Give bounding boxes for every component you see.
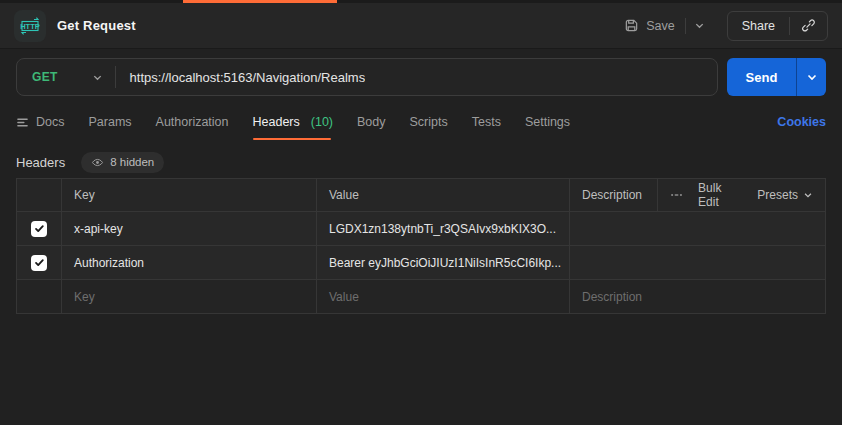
headers-section-title: Headers bbox=[16, 155, 65, 170]
header-key-cell[interactable]: x-api-key bbox=[62, 212, 317, 246]
select-all-cell bbox=[17, 179, 62, 212]
row-checkbox-cell bbox=[17, 280, 62, 313]
header-description-cell[interactable] bbox=[570, 212, 825, 246]
save-label: Save bbox=[646, 19, 675, 33]
headers-section-header: Headers 8 hidden bbox=[0, 150, 842, 174]
table-actions: Bulk Edit Presets bbox=[658, 179, 825, 212]
header-description-cell[interactable] bbox=[570, 246, 825, 280]
eye-icon bbox=[91, 156, 104, 169]
save-icon bbox=[624, 18, 639, 33]
request-title: Get Request bbox=[57, 18, 136, 33]
new-value-input[interactable]: Value bbox=[317, 280, 570, 313]
save-button[interactable]: Save bbox=[614, 12, 685, 39]
headers-table: Key Value Description Bulk Edit Presets … bbox=[16, 178, 826, 314]
presets-dropdown[interactable]: Presets bbox=[757, 188, 813, 202]
send-button[interactable]: Send bbox=[727, 70, 796, 85]
bulk-edit-button[interactable]: Bulk Edit bbox=[698, 181, 742, 209]
tab-docs[interactable]: Docs bbox=[16, 104, 64, 140]
column-header-description: Description bbox=[570, 179, 658, 212]
request-topbar: HTTP Get Request Save Share bbox=[0, 3, 842, 49]
new-key-input[interactable]: Key bbox=[62, 280, 317, 313]
method-dropdown-button[interactable] bbox=[92, 72, 103, 83]
share-button-group: Share bbox=[727, 11, 828, 41]
chevron-down-icon bbox=[92, 72, 103, 83]
chevron-down-icon bbox=[694, 20, 705, 31]
table-row: x-api-key LGDX1zn138ytnbTi_r3QSAIvx9xbKI… bbox=[17, 212, 825, 246]
share-label: Share bbox=[742, 19, 775, 33]
chevron-down-icon bbox=[803, 190, 813, 200]
cookies-link[interactable]: Cookies bbox=[777, 115, 826, 129]
tab-params[interactable]: Params bbox=[88, 104, 131, 140]
headers-count: (10) bbox=[311, 115, 333, 129]
row-checkbox-cell bbox=[17, 212, 62, 246]
row-checkbox-checked[interactable] bbox=[31, 255, 47, 271]
svg-text:HTTP: HTTP bbox=[20, 22, 40, 31]
hidden-headers-badge[interactable]: 8 hidden bbox=[81, 152, 164, 173]
row-checkbox-cell bbox=[17, 246, 62, 280]
share-button[interactable]: Share bbox=[728, 12, 789, 40]
send-split-button: Send bbox=[727, 58, 826, 96]
copy-link-button[interactable] bbox=[790, 12, 827, 40]
column-header-value: Value bbox=[317, 179, 570, 212]
table-row: Authorization Bearer eyJhbGciOiJIUzI1NiI… bbox=[17, 246, 825, 280]
method-selector[interactable]: GET bbox=[17, 70, 58, 84]
save-split-button: Save bbox=[614, 12, 713, 39]
tab-headers[interactable]: Headers(10) bbox=[253, 104, 333, 140]
tab-tests[interactable]: Tests bbox=[472, 104, 501, 140]
check-icon bbox=[34, 223, 45, 234]
save-options-button[interactable] bbox=[686, 14, 713, 37]
request-tabs: Docs Params Authorization Headers(10) Bo… bbox=[0, 104, 842, 140]
tab-authorization[interactable]: Authorization bbox=[156, 104, 229, 140]
link-icon bbox=[801, 18, 816, 33]
active-tab-indicator bbox=[183, 0, 337, 3]
column-header-key: Key bbox=[62, 179, 317, 212]
tab-settings[interactable]: Settings bbox=[525, 104, 570, 140]
row-checkbox-checked[interactable] bbox=[31, 221, 47, 237]
table-header-row: Key Value Description Bulk Edit Presets bbox=[17, 179, 825, 212]
tab-scripts[interactable]: Scripts bbox=[410, 104, 448, 140]
http-request-icon: HTTP bbox=[14, 10, 46, 42]
method-url-box: GET https://localhost:5163/Navigation/Re… bbox=[16, 58, 718, 96]
request-url-row: GET https://localhost:5163/Navigation/Re… bbox=[0, 58, 842, 96]
active-tab-underline bbox=[253, 138, 331, 140]
docs-icon bbox=[16, 116, 29, 129]
send-options-button[interactable] bbox=[797, 71, 826, 83]
bulk-edit-icon bbox=[670, 188, 683, 202]
header-value-cell[interactable]: Bearer eyJhbGciOiJIUzI1NiIsInR5cCI6Ikp..… bbox=[317, 246, 570, 280]
header-value-cell[interactable]: LGDX1zn138ytnbTi_r3QSAIvx9xbKIX3O... bbox=[317, 212, 570, 246]
new-header-row: Key Value Description bbox=[17, 280, 825, 313]
chevron-down-icon bbox=[806, 71, 818, 83]
new-description-input[interactable]: Description bbox=[570, 280, 825, 313]
tab-body[interactable]: Body bbox=[357, 104, 386, 140]
window-tab-strip bbox=[0, 0, 842, 3]
url-input[interactable]: https://localhost:5163/Navigation/Realms bbox=[116, 70, 366, 85]
check-icon bbox=[34, 257, 45, 268]
header-key-cell[interactable]: Authorization bbox=[62, 246, 317, 280]
